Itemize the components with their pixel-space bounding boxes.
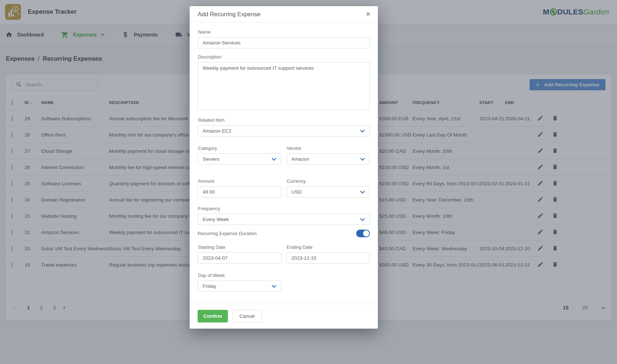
currency-select[interactable]: USD bbox=[286, 186, 370, 198]
vendor-label: Vendor bbox=[287, 146, 370, 151]
chevron-down-icon bbox=[272, 285, 276, 288]
page: $ Expense Tracker M DULES Garden Dashboa… bbox=[0, 0, 617, 364]
description-label: Description bbox=[198, 54, 370, 60]
ending-date-field[interactable]: 2023-12-15 bbox=[286, 252, 370, 264]
close-icon[interactable]: ✕ bbox=[366, 11, 371, 17]
modal-title: Add Recurring Expense bbox=[198, 11, 260, 18]
description-field[interactable]: Weekly payment for outsourced IT support… bbox=[198, 62, 370, 110]
related-item-label: Related Item bbox=[198, 117, 370, 123]
frequency-select[interactable]: Every Week bbox=[198, 214, 370, 225]
day-of-week-label: Day of Week bbox=[198, 273, 281, 278]
frequency-label: Frequency bbox=[198, 206, 370, 211]
duration-toggle[interactable] bbox=[356, 230, 370, 237]
chevron-down-icon bbox=[360, 191, 365, 194]
amount-label: Amount bbox=[198, 178, 281, 184]
related-item-select[interactable]: Amazon EC2 bbox=[198, 125, 370, 136]
amount-field[interactable]: 49.00 bbox=[198, 186, 281, 198]
chevron-down-icon bbox=[360, 158, 365, 161]
chevron-down-icon bbox=[360, 130, 365, 133]
modal-header: Add Recurring Expense ✕ bbox=[190, 6, 378, 22]
vendor-select[interactable]: Amazon bbox=[286, 153, 370, 165]
name-field[interactable]: Amazon Services bbox=[198, 37, 370, 48]
day-of-week-select[interactable]: Friday bbox=[198, 281, 281, 292]
modal-footer: Confirm Cancel bbox=[190, 304, 378, 329]
confirm-button[interactable]: Confirm bbox=[198, 310, 228, 322]
starting-date-label: Starting Date bbox=[198, 244, 281, 250]
add-recurring-expense-modal: Add Recurring Expense ✕ Name Amazon Serv… bbox=[190, 6, 378, 329]
chevron-down-icon bbox=[360, 218, 365, 221]
category-label: Category bbox=[198, 146, 281, 151]
starting-date-field[interactable]: 2023-04-07 bbox=[198, 252, 281, 264]
chevron-down-icon bbox=[272, 158, 276, 161]
name-label: Name bbox=[198, 29, 370, 35]
cancel-button[interactable]: Cancel bbox=[232, 310, 262, 322]
modal-body: Name Amazon Services Description Weekly … bbox=[190, 22, 378, 292]
ending-date-label: Ending Date bbox=[287, 244, 370, 250]
category-select[interactable]: Servers bbox=[198, 153, 281, 165]
currency-label: Currency bbox=[287, 178, 370, 184]
duration-label: Recurring Expense Duration bbox=[198, 231, 256, 236]
